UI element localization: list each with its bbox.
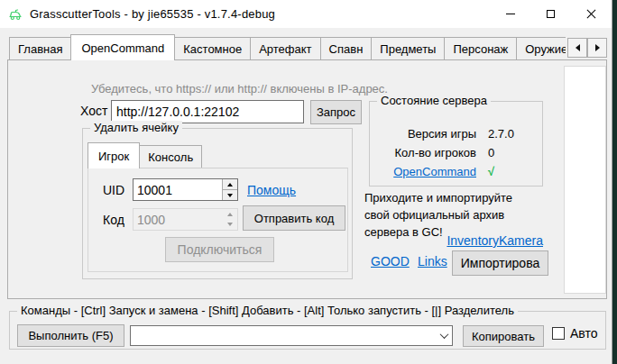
import-button[interactable]: Импортирова <box>452 250 548 276</box>
opencommand-tabpage: Убедитесь, что https:// или http:// вклю… <box>7 59 607 299</box>
inventorykamera-link-wrap: InventoryKamera <box>364 233 543 248</box>
auto-checkbox[interactable] <box>552 327 565 340</box>
tab-oruzhie[interactable]: Оружие <box>516 37 566 60</box>
main-tabstrip: Главная OpenCommand Кастомное Артефакт С… <box>9 34 566 60</box>
code-input <box>134 209 222 230</box>
uid-stepper[interactable] <box>133 178 238 201</box>
spin-up-button[interactable] <box>223 179 237 189</box>
maximize-icon <box>547 10 555 18</box>
chevron-down-icon <box>439 330 448 339</box>
arrow-up-icon <box>227 213 233 216</box>
status-row-version: Версия игры 2.7.0 <box>370 127 542 141</box>
code-label: Код <box>103 213 124 227</box>
commands-group-title: Команды - [Ctrl] Запуск и замена - [Shif… <box>17 304 518 317</box>
players-value: 0 <box>488 146 494 159</box>
spin-up-button <box>222 209 237 220</box>
command-input[interactable] <box>131 326 436 345</box>
server-status-rows: Версия игры 2.7.0 Кол-во игроков 0 OpenC… <box>370 127 542 178</box>
close-icon <box>586 9 596 19</box>
tab-artefakt[interactable]: Артефакт <box>250 37 320 60</box>
tab-personazh[interactable]: Персонаж <box>444 37 517 60</box>
remove-cell-tabstrip: Игрок Консоль <box>87 142 202 168</box>
host-label: Хост <box>80 104 107 118</box>
version-value: 2.7.0 <box>488 127 514 141</box>
arrow-down-icon <box>227 223 233 226</box>
combo-dropdown-button[interactable] <box>436 326 452 345</box>
copy-button[interactable]: Копировать <box>463 325 544 347</box>
app-window: GrasscutterTools - by jie65535 - v1.7.4-… <box>0 0 612 364</box>
opencommand-link[interactable]: OpenCommand <box>393 165 476 178</box>
uid-input[interactable] <box>134 179 222 200</box>
code-spin-buttons <box>222 209 237 230</box>
spin-down-button <box>222 220 237 231</box>
window-controls <box>490 0 612 28</box>
command-combobox[interactable] <box>130 325 453 346</box>
side-list-panel <box>564 66 606 294</box>
auto-checkbox-label: Авто <box>570 326 598 341</box>
title-bar: GrasscutterTools - by jie65535 - v1.7.4-… <box>0 0 612 28</box>
remove-cell-group-title: Удалить ячейку <box>90 121 182 134</box>
tab-scroll-right-button[interactable] <box>587 38 607 58</box>
server-status-group: Состояние сервера Версия игры 2.7.0 Кол-… <box>369 101 543 187</box>
status-row-players: Кол-во игроков 0 <box>370 146 542 159</box>
maximize-button[interactable] <box>530 0 571 28</box>
tab-player[interactable]: Игрок <box>87 142 140 168</box>
window-title: GrasscutterTools - by jie65535 - v1.7.4-… <box>30 7 275 21</box>
arrow-up-icon <box>227 183 233 187</box>
tab-predmety[interactable]: Предметы <box>371 37 445 60</box>
tab-spavn[interactable]: Спавн <box>320 37 373 60</box>
connect-button: Подключиться <box>165 237 274 262</box>
commands-group: Команды - [Ctrl] Запуск и замена - [Shif… <box>9 311 606 350</box>
auto-checkbox-wrap: Авто <box>552 326 598 341</box>
minimize-icon <box>506 14 515 14</box>
spin-down-button[interactable] <box>223 189 237 200</box>
uid-label: UID <box>103 183 124 197</box>
arrow-down-icon <box>227 194 233 197</box>
status-row-opencommand: OpenCommand √ <box>370 165 542 178</box>
arrow-right-icon <box>595 44 600 51</box>
send-code-button[interactable]: Отправить код <box>243 205 345 231</box>
players-label: Кол-во игроков <box>370 146 476 159</box>
opencommand-check: √ <box>488 165 494 178</box>
uid-spin-buttons <box>222 179 237 200</box>
close-button[interactable] <box>571 0 612 28</box>
run-button[interactable]: Выполнить (F5) <box>17 324 124 347</box>
tab-glavnaya[interactable]: Главная <box>9 37 71 60</box>
minimize-button[interactable] <box>490 0 530 28</box>
good-link[interactable]: GOOD <box>371 254 410 268</box>
query-button[interactable]: Запрос <box>310 100 362 124</box>
tab-kastomnoe[interactable]: Кастомное <box>174 37 251 60</box>
arrow-left-icon <box>576 44 580 51</box>
code-stepper <box>133 208 238 231</box>
links-link[interactable]: Links <box>418 254 447 268</box>
inventorykamera-link[interactable]: InventoryKamera <box>447 233 543 248</box>
tab-scroll-left-button[interactable] <box>567 38 587 58</box>
host-hint-text: Убедитесь, что https:// или http:// вклю… <box>91 82 388 96</box>
tab-console[interactable]: Консоль <box>139 145 202 168</box>
server-status-group-title: Состояние сервера <box>377 94 491 107</box>
app-logo-icon <box>8 7 23 22</box>
tab-opencommand[interactable]: OpenCommand <box>70 34 175 60</box>
help-link[interactable]: Помощь <box>247 183 296 197</box>
remove-cell-group: Удалить ячейку Игрок Консоль UID Помощь … <box>82 128 353 279</box>
version-label: Версия игры <box>370 127 476 141</box>
